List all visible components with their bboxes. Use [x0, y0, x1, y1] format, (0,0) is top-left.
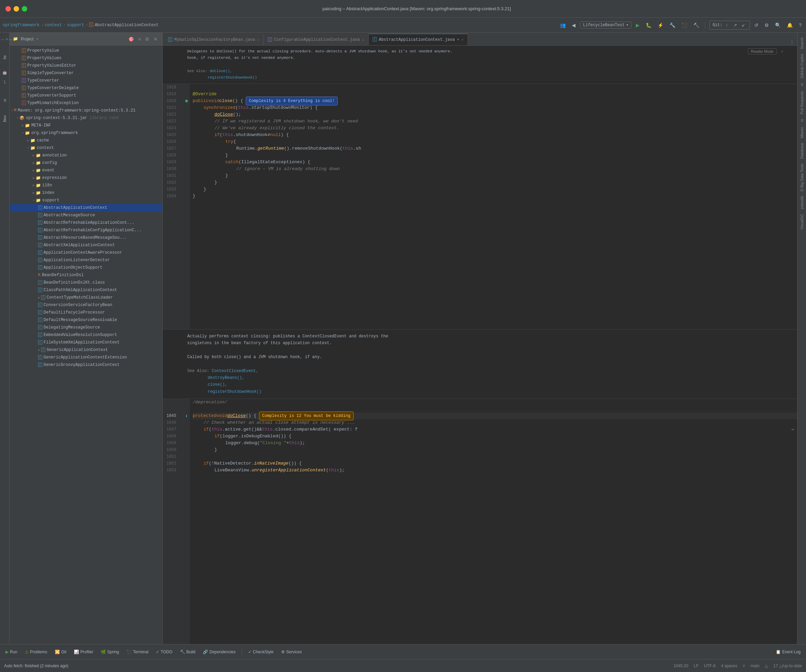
right-label-m[interactable]: m: [799, 81, 804, 88]
build-bottom-button[interactable]: 🔨 Build: [177, 648, 198, 656]
tree-item-classpathxml[interactable]: 🄲 ClassPathXmlApplicationContext: [10, 287, 162, 294]
bookmarks-icon[interactable]: Bkm: [1, 115, 8, 122]
project-icon[interactable]: Proj: [1, 35, 8, 43]
git-pull-button[interactable]: ↙: [740, 22, 747, 28]
edit-hint-icon[interactable]: ✏: [792, 426, 794, 432]
tree-item-beandefinitiondsl[interactable]: K BeanDefinitionDsl: [10, 272, 162, 279]
indent-size[interactable]: 4 spaces: [721, 664, 737, 668]
more-run-button[interactable]: ⬛: [680, 21, 689, 29]
tab-abstractapp[interactable]: 🄲 AbstractApplicationContext.java ▾ ✕: [368, 34, 468, 45]
git-branch-name[interactable]: main: [750, 664, 760, 668]
tree-item-typeconvertersupport[interactable]: 🄲 TypeConverterSupport: [10, 92, 162, 99]
right-label-search[interactable]: Search: [799, 35, 804, 51]
tree-item-beandefinitiondslkt[interactable]: 🄲 BeanDefinitionDslKt.class: [10, 279, 162, 287]
git-checkmark-button[interactable]: ✓: [723, 22, 730, 28]
tree-item-maven-root[interactable]: ▾ M Maven: org.springframework:spring-co…: [10, 107, 162, 114]
structure-icon[interactable]: Str: [1, 54, 8, 61]
tree-item-genericgroovy[interactable]: 🄲 GenericGroovyApplicationContext: [10, 361, 162, 369]
terminal-button[interactable]: ⬛ Terminal: [124, 648, 151, 656]
run-bottom-button[interactable]: ▶ Run: [3, 648, 20, 656]
right-label-database[interactable]: Database: [799, 141, 804, 161]
encoding[interactable]: UTF-8: [704, 664, 715, 668]
services-button[interactable]: ⚙ Services: [278, 648, 305, 656]
javadoc-registershutdown2[interactable]: registerShutdownHook(): [208, 389, 261, 394]
spring-button[interactable]: 🌿 Spring: [98, 648, 122, 656]
tree-item-propertyvalueseditor[interactable]: 🄲 PropertyValuesEditor: [10, 62, 162, 69]
tree-item-typeconverterdelegate[interactable]: 🄲 TypeConverterDelegate: [10, 84, 162, 92]
checkstyle-button[interactable]: ✓ CheckStyle: [245, 648, 276, 656]
panel-close-button[interactable]: ✕: [152, 36, 159, 43]
tree-item-expression[interactable]: ▶ 📁 expression: [10, 174, 162, 181]
tree-item-appcontextaware[interactable]: 🄲 ApplicationContextAwareProcessor: [10, 249, 162, 257]
tree-item-abstractrefreshableconfig[interactable]: 🄲 AbstractRefreshableConfigApplicationC.…: [10, 227, 162, 234]
warnings-count[interactable]: 17 △/up-to-date: [773, 664, 802, 668]
tab-more-button[interactable]: ⋮: [788, 38, 796, 45]
panel-locate-button[interactable]: 🎯: [127, 36, 135, 43]
undo-button[interactable]: ↺: [753, 21, 760, 29]
tree-item-meta-inf[interactable]: ▶ 📁 META-INF: [10, 122, 162, 129]
tree-item-context[interactable]: ▾ 📁 context: [10, 144, 162, 152]
event-log-button[interactable]: 📋 Event Log: [773, 648, 803, 656]
tree-item-typeconverter[interactable]: 🄸 TypeConverter: [10, 77, 162, 84]
git-push-button[interactable]: ↗: [732, 22, 738, 28]
search-button[interactable]: 🔍: [773, 21, 783, 29]
tab-mybatis[interactable]: 🄲 MybatisSqlSessionFactoryBean.java ✕: [164, 35, 264, 45]
tab-close-abstractapp[interactable]: ✕: [461, 38, 464, 42]
tree-item-abstractresource[interactable]: 🄲 AbstractResourceBasedMessageSou...: [10, 234, 162, 242]
minimize-window-button[interactable]: [13, 6, 19, 12]
right-label-pullrequests[interactable]: Pull Requests: [799, 89, 804, 116]
tree-item-genericapp[interactable]: ▶ 🄲 GenericApplicationContext: [10, 346, 162, 354]
tree-item-appobjectsupport[interactable]: 🄲 ApplicationObjectSupport: [10, 264, 162, 272]
right-label-maven[interactable]: Maven: [799, 125, 804, 140]
coverage-button[interactable]: ⚡: [656, 21, 665, 29]
git-bottom-button[interactable]: 🔀 Git: [52, 648, 69, 656]
tree-item-contexttypematch[interactable]: ▶ 🄲 ContextTypeMatchClassLoader: [10, 294, 162, 301]
right-label-jclasslib[interactable]: jclasslib: [799, 194, 804, 211]
tree-item-abstractrefreshable[interactable]: 🄲 AbstractRefreshableApplicationCont...: [10, 219, 162, 227]
nav-people-button[interactable]: 👥: [558, 21, 567, 29]
breadcrumb-context[interactable]: context: [45, 23, 62, 28]
nav-back-button[interactable]: ◀: [570, 21, 577, 29]
tree-item-propertyvalues[interactable]: 🄲 PropertyValues: [10, 54, 162, 62]
tree-item-genericappext[interactable]: 🄲 GenericApplicationContextExtension: [10, 354, 162, 361]
tab-configurable[interactable]: 🄸 ConfigurableApplicationContext.java ✕: [264, 35, 368, 45]
line-ending[interactable]: LF: [694, 664, 699, 668]
tree-item-i18n[interactable]: ▶ 📁 i18n: [10, 181, 162, 189]
run-button[interactable]: ▶: [634, 21, 641, 29]
build-button[interactable]: 🔨: [692, 21, 701, 29]
tree-item-index[interactable]: ▶ 📁 index: [10, 189, 162, 196]
right-label-github[interactable]: GitHub Copilot: [799, 52, 804, 81]
tree-item-defaultlifecycle[interactable]: 🄲 DefaultLifecycleProcessor: [10, 309, 162, 316]
tree-item-delegating[interactable]: 🄲 DelegatingMessageSource: [10, 324, 162, 331]
cursor-position[interactable]: 1045:20: [674, 664, 688, 668]
tree-item-support[interactable]: ▾ 📁 support: [10, 196, 162, 204]
right-label-visualgc[interactable]: VisualGC: [799, 212, 804, 232]
pull-requests-icon[interactable]: ⤵: [1, 78, 8, 86]
tree-item-abstractmessagesource[interactable]: 🄲 AbstractMessageSource: [10, 211, 162, 219]
tree-item-embeddedvalue[interactable]: 🄲 EmbeddedValueResolutionSupport: [10, 331, 162, 339]
settings-button[interactable]: ⚙: [763, 21, 771, 29]
debug-button[interactable]: 🐛: [644, 21, 653, 29]
tree-item-applistenerdetector[interactable]: 🄲 ApplicationListenerDetector: [10, 257, 162, 264]
javadoc-close[interactable]: close(),: [208, 382, 227, 387]
close-window-button[interactable]: [5, 6, 11, 12]
tree-item-propertyvalue[interactable]: 🄲 PropertyValue: [10, 47, 162, 54]
profiler-button[interactable]: 📊 Profiler: [71, 648, 96, 656]
tab-close-mybatis[interactable]: ✕: [257, 38, 260, 42]
panel-collapse-button[interactable]: ≡: [137, 36, 142, 43]
tree-item-abstractapplicationcontext[interactable]: 🄲 AbstractApplicationContext: [10, 204, 162, 211]
tree-item-filesystem[interactable]: 🄲 FileSystemXmlApplicationContext: [10, 339, 162, 346]
breadcrumb-support[interactable]: support: [67, 23, 84, 28]
javadoc-link-doclose[interactable]: doClose(),: [210, 69, 232, 73]
breadcrumb-class[interactable]: AbstractApplicationContext: [95, 23, 158, 28]
profile-button[interactable]: 🔧: [668, 21, 677, 29]
maven-left-icon[interactable]: m: [1, 97, 8, 104]
run-config-dropdown[interactable]: LifecycleBeanTest ▾: [580, 21, 632, 28]
tree-item-defaultmessage[interactable]: 🄲 DefaultMessageSourceResolvable: [10, 316, 162, 324]
help-button[interactable]: ?: [797, 21, 803, 29]
javadoc-contextclosedevent[interactable]: ContextClosedEvent,: [212, 369, 258, 374]
right-label-m2[interactable]: m: [799, 117, 804, 124]
tab-dropdown[interactable]: ▾: [457, 37, 459, 42]
tree-item-config[interactable]: ▶ 📁 config: [10, 159, 162, 166]
tree-item-conversionservice[interactable]: 🄲 ConversionServiceFactoryBean: [10, 301, 162, 309]
